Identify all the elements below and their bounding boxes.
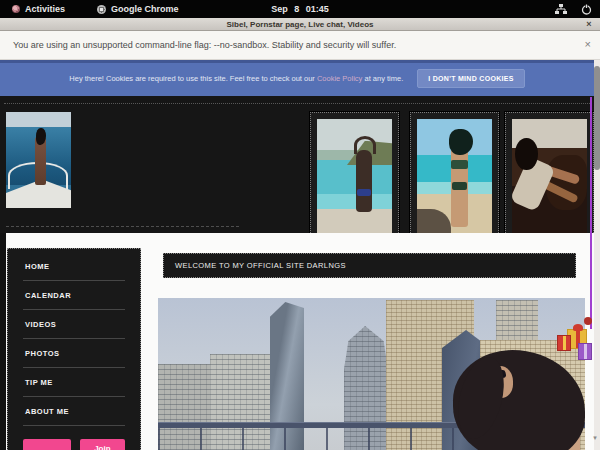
header-thumbnail-3[interactable] (505, 112, 594, 247)
system-top-bar: Activities Google Chrome Sep 8 01:45 (0, 0, 600, 18)
sidebar-item-tip-me[interactable]: TIP ME (23, 368, 125, 397)
thumbnail-2-bikini-top (451, 160, 468, 169)
thumbnail-2-bikini-bottom (452, 182, 467, 190)
purple-gift-ribbon (584, 344, 587, 359)
top-bar-right-group (555, 0, 592, 18)
desktop-screen: Activities Google Chrome Sep 8 01:45 (0, 0, 600, 450)
thumbnail-2-photo (417, 119, 492, 240)
scroll-down-indicator-icon[interactable]: ▾ (590, 434, 600, 442)
site-logo-photo[interactable] (6, 112, 71, 208)
welcome-heading: WELCOME TO MY OFFICIAL SITE DARLNGS (175, 261, 346, 270)
header-thumbnail-2[interactable] (410, 112, 499, 247)
cookie-message: Hey there! Cookies are required to use t… (69, 74, 403, 83)
thumbnail-2-figure-hair (449, 129, 473, 155)
power-icon[interactable] (581, 4, 592, 15)
header-thumbnail-1[interactable] (310, 112, 399, 247)
cookie-banner: Hey there! Cookies are required to use t… (0, 60, 594, 96)
join-me-button[interactable]: Join Me (80, 439, 125, 450)
infobar-close-icon[interactable]: × (585, 38, 591, 50)
sidebar-item-home[interactable]: HOME (23, 252, 125, 281)
gift-ornament-icon (584, 317, 592, 325)
thumbnail-1-photo (317, 119, 392, 240)
red-gift-ribbon (563, 336, 566, 350)
window-title-bar[interactable]: Sibel, Pornstar page, Live chat, Videos … (0, 18, 600, 31)
window-title: Sibel, Pornstar page, Live chat, Videos (226, 20, 373, 29)
sidebar-item-about-me[interactable]: ABOUT ME (23, 397, 125, 426)
sidebar-item-photos[interactable]: PHOTOS (23, 339, 125, 368)
site-header (0, 96, 594, 233)
sidebar-item-videos[interactable]: VIDEOS (23, 310, 125, 339)
window-close-icon[interactable]: × (583, 18, 595, 30)
cookie-message-prefix: Hey there! Cookies are required to use t… (69, 74, 317, 83)
sidebar-item-calendar[interactable]: CALENDAR (23, 281, 125, 310)
thumbnail-1-bikini (357, 189, 371, 196)
sidebar-auth-buttons: Login Join Me (23, 439, 125, 450)
header-top-divider (4, 103, 590, 104)
purple-gift-icon (578, 343, 592, 360)
cookie-message-suffix: at any time. (362, 74, 403, 83)
cookie-policy-link[interactable]: Cookie Policy (317, 74, 362, 83)
gifts-widget[interactable] (556, 315, 594, 363)
clock[interactable]: Sep 8 01:45 (0, 0, 600, 18)
thumbnail-3-photo (512, 119, 587, 240)
welcome-heading-bar: WELCOME TO MY OFFICIAL SITE DARLNGS (163, 253, 576, 278)
gift-widget-string (590, 97, 592, 329)
header-logo-divider (6, 226, 239, 227)
browser-viewport: Hey there! Cookies are required to use t… (0, 60, 600, 450)
sidebar-menu: HOME CALENDAR VIDEOS PHOTOS TIP ME ABOUT… (7, 248, 141, 450)
login-button[interactable]: Login (23, 439, 71, 450)
network-icon[interactable] (555, 4, 567, 14)
scrollbar-thumb[interactable] (594, 66, 600, 170)
infobar-message: You are using an unsupported command-lin… (13, 40, 396, 50)
cookie-accept-button[interactable]: I DON'T MIND COOKIES (417, 69, 524, 88)
gold-gift-bow (573, 324, 583, 331)
thumbnail-3-figure-hair (515, 138, 538, 169)
chrome-infobar: You are using an unsupported command-lin… (0, 31, 600, 60)
logo-photo-sky (6, 112, 71, 127)
main-content-photo[interactable] (158, 298, 585, 450)
red-gift-icon (557, 335, 571, 351)
thumbnail-1-figure (356, 150, 372, 212)
